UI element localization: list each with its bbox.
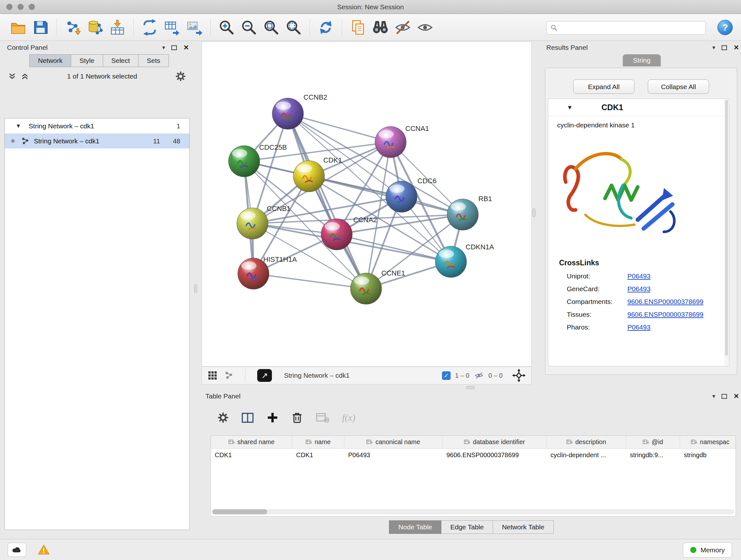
tab-node-table[interactable]: Node Table [389, 520, 441, 534]
network-row-selected[interactable]: String Network – cdk1 11 48 [5, 133, 189, 148]
first-neighbors-button[interactable] [371, 18, 390, 37]
crosslink-value-link[interactable]: 9606.ENSP00000378699 [627, 298, 703, 306]
search-input[interactable] [561, 24, 702, 32]
show-columns-icon[interactable] [241, 412, 254, 423]
table-cell[interactable]: P06493 [344, 449, 443, 462]
panel-close-icon[interactable]: ✕ [183, 44, 189, 51]
new-table-button[interactable] [163, 18, 181, 37]
add-column-plus-icon[interactable] [267, 412, 278, 423]
panel-float-icon[interactable] [722, 45, 727, 50]
tab-sets[interactable]: Sets [138, 54, 169, 67]
expand-all-button[interactable]: Expand All [573, 79, 634, 94]
memory-button[interactable]: Memory [683, 543, 732, 557]
crosslink-value-link[interactable]: P06493 [627, 285, 650, 293]
zoom-out-button[interactable] [240, 18, 258, 37]
network-canvas[interactable]: CCNB2CCNA1CDC25BCDK1CDC6RB1CCNB1CCNA2CDK… [202, 42, 532, 367]
column-header-shared-name[interactable]: shared name [211, 436, 292, 448]
show-all-button[interactable] [416, 18, 434, 37]
import-table-from-file-button[interactable] [108, 18, 127, 37]
column-header-namespac[interactable]: namespac [680, 436, 736, 448]
network-edge[interactable] [288, 114, 366, 289]
panel-float-icon[interactable] [172, 45, 177, 50]
table-horizontal-scrollbar[interactable] [212, 509, 734, 514]
column-header--id[interactable]: @id [626, 436, 680, 448]
table-cell[interactable]: stringdb [680, 449, 736, 462]
open-session-button[interactable] [9, 18, 27, 37]
splitter-handle[interactable] [466, 386, 475, 389]
hide-selected-button[interactable] [394, 18, 412, 37]
tab-style[interactable]: Style [71, 54, 103, 67]
selected-checkbox-icon[interactable]: ✓ [442, 371, 451, 380]
zoom-in-button[interactable] [217, 18, 236, 37]
apply-layout-button[interactable] [317, 18, 335, 37]
tab-network-table[interactable]: Network Table [493, 520, 554, 534]
collapse-all-button[interactable]: Collapse All [648, 79, 709, 94]
table-row[interactable]: CDK1CDK1P064939606.ENSP00000378699cyclin… [211, 449, 736, 462]
network-share-icon[interactable] [224, 371, 233, 380]
save-session-button[interactable] [31, 18, 50, 37]
close-window-button[interactable] [6, 4, 12, 10]
tab-select[interactable]: Select [103, 54, 138, 67]
export-image-button[interactable] [185, 18, 204, 37]
panel-float-icon[interactable] [722, 394, 727, 399]
node-highlight [354, 276, 369, 285]
copy-documents-icon [349, 19, 367, 36]
copy-network-button[interactable] [349, 18, 367, 37]
search-field[interactable] [546, 21, 706, 35]
tab-string[interactable]: String [623, 54, 661, 66]
column-header-database-identifier[interactable]: database identifier [443, 436, 547, 448]
collapse-all-icon[interactable] [8, 72, 16, 80]
table-settings-gear-icon[interactable] [218, 412, 228, 423]
results-scrollbar[interactable] [724, 99, 729, 366]
tab-network[interactable]: Network [29, 54, 71, 67]
network-edge[interactable] [253, 273, 366, 289]
open-in-new-window-button[interactable]: ↗ [257, 369, 272, 382]
table-cell[interactable]: cyclin-dependent ... [547, 449, 626, 462]
pan-crosshair-icon[interactable] [512, 369, 526, 382]
birds-eye-grid-icon[interactable] [208, 371, 217, 380]
new-network-button[interactable] [140, 18, 159, 37]
column-header-description[interactable]: description [547, 436, 626, 448]
crosslink-value-link[interactable]: P06493 [627, 272, 650, 280]
column-header-canonical-name[interactable]: canonical name [344, 436, 443, 448]
node-label-ccnb2: CCNB2 [304, 93, 327, 101]
cloud-button[interactable] [8, 543, 26, 557]
panel-close-icon[interactable]: ✕ [733, 392, 739, 400]
table-toolbar: f(x) [202, 402, 741, 428]
table-cell[interactable]: stringdb:9... [626, 449, 680, 462]
zoom-selected-button[interactable] [284, 18, 303, 37]
minimize-window-button[interactable] [17, 4, 23, 10]
import-network-from-database-button[interactable] [86, 18, 105, 37]
expand-all-icon[interactable] [21, 72, 29, 80]
panel-collapse-icon[interactable]: ▾ [712, 393, 715, 400]
gear-icon[interactable] [176, 71, 186, 81]
panel-close-icon[interactable]: ✕ [733, 44, 739, 51]
node-label-hist1h1a: HIST1H1A [263, 255, 297, 263]
panel-collapse-icon[interactable]: ▾ [712, 44, 715, 51]
scrollbar-thumb[interactable] [212, 509, 267, 514]
crosslink-value-link[interactable]: P06493 [627, 323, 650, 331]
maximize-window-button[interactable] [29, 4, 35, 10]
table-cell[interactable]: 9606.ENSP00000378699 [443, 449, 547, 462]
table-cell[interactable]: CDK1 [292, 449, 344, 462]
tree-expand-caret-icon[interactable]: ▼ [16, 123, 21, 129]
delete-column-trash-icon[interactable] [291, 412, 303, 424]
crosslinks-heading: CrossLinks [559, 259, 729, 267]
zoom-fit-button[interactable] [262, 18, 280, 37]
crosslink-value-link[interactable]: 9606.ENSP00000378699 [627, 311, 703, 318]
string-network-graph[interactable]: CCNB2CCNA1CDC25BCDK1CDC6RB1CCNB1CCNA2CDK… [202, 42, 531, 366]
search-icon [550, 24, 557, 31]
splitter-handle[interactable] [532, 208, 536, 217]
import-network-from-file-button[interactable] [64, 18, 82, 37]
warning-button[interactable] [35, 543, 53, 557]
help-button[interactable]: ? [718, 20, 733, 35]
tab-edge-table[interactable]: Edge Table [441, 520, 493, 534]
export-image-icon [186, 19, 203, 36]
column-header-name[interactable]: name [292, 436, 344, 448]
splitter-handle[interactable] [194, 284, 197, 293]
protein-section-header[interactable]: ▼ CDK1 [548, 99, 729, 116]
panel-collapse-icon[interactable]: ▾ [162, 44, 165, 51]
network-collection-row[interactable]: ▼ String Network – cdk1 1 [5, 118, 189, 133]
section-collapse-caret-icon[interactable]: ▼ [567, 104, 573, 111]
table-cell[interactable]: CDK1 [211, 449, 292, 462]
